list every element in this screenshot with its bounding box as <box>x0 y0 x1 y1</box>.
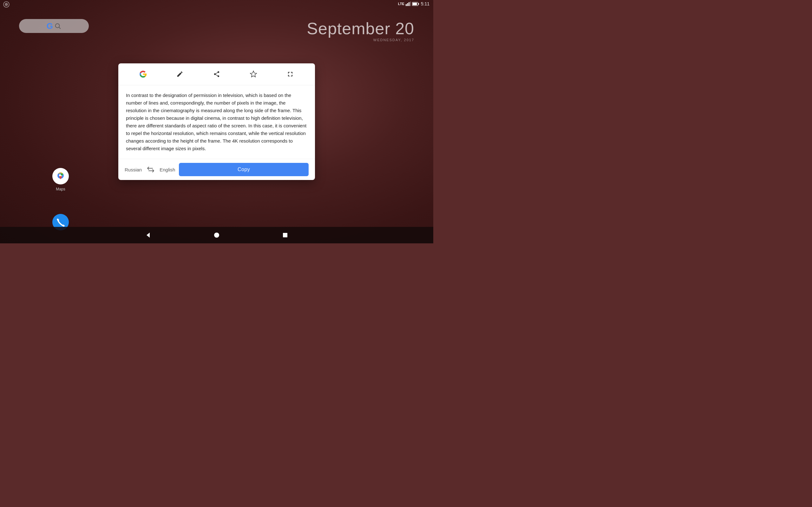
share-icon <box>213 71 220 78</box>
target-language-label: English <box>159 167 175 172</box>
fullscreen-icon <box>287 70 294 78</box>
translation-text: In contrast to the designation of permis… <box>126 92 307 153</box>
share-toolbar-btn[interactable] <box>210 68 223 80</box>
swap-languages-btn[interactable] <box>146 166 156 173</box>
swap-icon <box>146 166 155 173</box>
google-g-icon <box>139 70 148 78</box>
fullscreen-toolbar-btn[interactable] <box>284 68 297 80</box>
star-icon <box>250 70 257 78</box>
copy-button[interactable]: Copy <box>179 163 309 176</box>
translation-modal: In contrast to the designation of permis… <box>118 63 315 180</box>
modal-toolbar <box>118 63 315 85</box>
google-toolbar-btn[interactable] <box>137 68 149 80</box>
modal-footer: Russian English Copy <box>118 159 315 180</box>
source-language-label: Russian <box>125 167 142 172</box>
modal-body: In contrast to the designation of permis… <box>118 85 315 159</box>
modal-overlay: In contrast to the designation of permis… <box>0 0 433 243</box>
edit-toolbar-btn[interactable] <box>173 68 186 80</box>
pencil-icon <box>176 71 183 78</box>
star-toolbar-btn[interactable] <box>247 68 260 80</box>
